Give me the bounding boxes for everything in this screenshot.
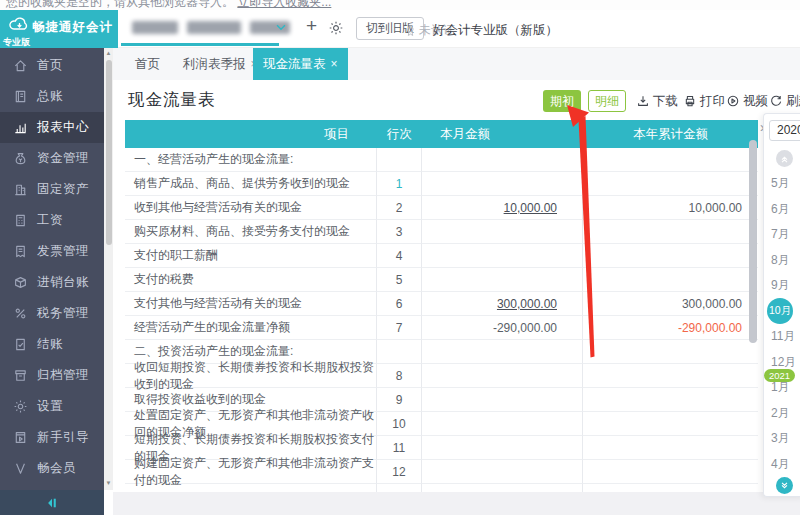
month-list: 5月6月7月8月9月10月11月12月1月2月3月4月 bbox=[764, 171, 800, 477]
sidebar-item-home[interactable]: 首页 bbox=[0, 50, 104, 81]
cell-month-amount bbox=[422, 340, 583, 364]
sidebar-item-guide[interactable]: 新手引导 bbox=[0, 422, 104, 453]
month-item-8月[interactable]: 8月 bbox=[764, 248, 800, 274]
action-print[interactable]: 打印 bbox=[683, 92, 725, 110]
gear-icon[interactable] bbox=[328, 20, 344, 36]
month-item-6月[interactable]: 6月 bbox=[764, 197, 800, 223]
month-item-7月[interactable]: 7月 bbox=[764, 222, 800, 248]
cell-month-amount bbox=[422, 268, 583, 292]
table-row: 支付的税费5 bbox=[125, 268, 758, 292]
scroll-down-icon[interactable]: ▼ bbox=[104, 478, 113, 488]
collapse-left-icon bbox=[45, 497, 59, 509]
bookmark-message: 您的收藏夹是空的，请从其他浏览器导入。 bbox=[6, 0, 234, 9]
opening-balance-button[interactable]: 期初 bbox=[543, 90, 581, 112]
tab-利润表季报[interactable]: 利润表季报× bbox=[175, 48, 266, 80]
sidebar-item-settings[interactable]: 设置 bbox=[0, 391, 104, 422]
month-item-10月[interactable]: 10月 bbox=[764, 299, 800, 325]
tab-bar: 首页利润表季报×现金流量表× bbox=[113, 48, 800, 80]
company-name-redacted bbox=[132, 21, 290, 35]
refresh-icon bbox=[769, 94, 783, 108]
sidebar-collapse-button[interactable] bbox=[0, 490, 104, 515]
main-content: 首页利润表季报×现金流量表× 现金流量表 期初 明细 下载打印视频刷新 项目 行… bbox=[113, 48, 800, 515]
table-header: 项目 行次 本月金额 本年累计金额 bbox=[125, 120, 758, 148]
close-tab-icon[interactable]: × bbox=[331, 57, 338, 71]
tab-label: 首页 bbox=[135, 56, 160, 73]
ledger-icon bbox=[13, 89, 28, 104]
cell-line: 6 bbox=[377, 292, 422, 316]
action-download[interactable]: 下载 bbox=[636, 92, 678, 110]
month-item-11月[interactable]: 11月 bbox=[764, 324, 800, 350]
page-header: 现金流量表 期初 明细 下载打印视频刷新 bbox=[113, 80, 800, 120]
double-chevron-up-icon bbox=[779, 154, 790, 164]
month-item-9月[interactable]: 9月 bbox=[764, 273, 800, 299]
amount-link[interactable]: 300,000.00 bbox=[497, 297, 557, 311]
table-row: 支付其他与经营活动有关的现金6300,000.00300,000.00 bbox=[125, 292, 758, 316]
month-item-3月[interactable]: 3月 bbox=[764, 426, 800, 452]
table-scroll-thumb[interactable] bbox=[749, 140, 757, 343]
cell-year-amount bbox=[583, 340, 758, 364]
sidebar-item-label: 设置 bbox=[37, 398, 63, 415]
cell-line: 7 bbox=[377, 316, 422, 340]
sidebar-scrollbar[interactable]: ▲ ▼ bbox=[104, 48, 113, 490]
sidebar-item-closing[interactable]: 结账 bbox=[0, 329, 104, 360]
download-icon bbox=[636, 94, 650, 108]
tab-label: 现金流量表 bbox=[263, 56, 326, 73]
sidebar-item-invoice[interactable]: 发票管理 bbox=[0, 236, 104, 267]
tab-首页[interactable]: 首页 bbox=[127, 48, 168, 80]
browser-bookmark-strip: 您的收藏夹是空的，请从其他浏览器导入。 立即导入收藏夹... bbox=[0, 0, 800, 10]
action-refresh[interactable]: 刷新 bbox=[769, 92, 800, 110]
cell-item: 支付的职工薪酬 bbox=[125, 244, 377, 268]
action-label: 刷新 bbox=[786, 93, 800, 110]
months-scroll-down-button[interactable] bbox=[776, 477, 793, 494]
add-account-icon[interactable]: + bbox=[306, 15, 317, 37]
detail-button[interactable]: 明细 bbox=[588, 90, 626, 112]
cell-month-amount bbox=[422, 388, 583, 412]
cell-item: 购建固定资产、无形资产和其他非流动资产支付的现金 bbox=[125, 460, 377, 484]
import-bookmarks-link[interactable]: 立即导入收藏夹... bbox=[237, 0, 331, 9]
cell-month-amount bbox=[422, 364, 583, 388]
sidebar-item-tax[interactable]: 税务管理 bbox=[0, 298, 104, 329]
amount-link[interactable]: 10,000.00 bbox=[504, 201, 557, 215]
company-underline bbox=[121, 43, 279, 46]
chevron-down-icon[interactable] bbox=[274, 20, 288, 34]
month-item-5月[interactable]: 5月 bbox=[764, 171, 800, 197]
closing-icon bbox=[13, 337, 28, 352]
col-month-amount: 本月金额 bbox=[422, 120, 583, 148]
sidebar-item-trade-ledger[interactable]: 进销台账 bbox=[0, 267, 104, 298]
sidebar-item-funds[interactable]: 资金管理 bbox=[0, 143, 104, 174]
sidebar-item-report-center[interactable]: 报表中心 bbox=[0, 112, 104, 143]
month-label: 7月 bbox=[764, 226, 790, 243]
sidebar-item-label: 固定资产 bbox=[37, 181, 89, 198]
table-row bbox=[125, 484, 758, 492]
cell-line: 4 bbox=[377, 244, 422, 268]
cashflow-table: 项目 行次 本月金额 本年累计金额 一、经营活动产生的现金流量:销售产成品、商品… bbox=[125, 120, 758, 492]
scroll-up-icon[interactable]: ▲ bbox=[104, 48, 113, 58]
cell-line: 1 bbox=[377, 172, 422, 196]
sidebar-item-label: 发票管理 bbox=[37, 243, 89, 260]
cell-month-amount bbox=[422, 244, 583, 268]
month-item-4月[interactable]: 4月 bbox=[764, 452, 800, 478]
cell-year-amount bbox=[583, 364, 758, 388]
sidebar-item-salary[interactable]: 工资 bbox=[0, 205, 104, 236]
table-row: 购建固定资产、无形资产和其他非流动资产支付的现金12 bbox=[125, 460, 758, 484]
salary-icon bbox=[13, 213, 28, 228]
month-label: 8月 bbox=[764, 252, 790, 269]
sidebar-item-fixed-assets[interactable]: 固定资产 bbox=[0, 174, 104, 205]
year-input[interactable]: 2020 bbox=[769, 120, 800, 141]
sidebar-item-label: 税务管理 bbox=[37, 305, 89, 322]
cell-line: 8 bbox=[377, 364, 422, 388]
cell-line: 2 bbox=[377, 196, 422, 220]
gear-icon bbox=[13, 399, 28, 414]
sidebar-item-member[interactable]: 畅会员 bbox=[0, 453, 104, 484]
sidebar-item-general-ledger[interactable]: 总账 bbox=[0, 81, 104, 112]
sidebar-scroll-thumb[interactable] bbox=[106, 60, 112, 245]
month-item-2月[interactable]: 2月 bbox=[764, 401, 800, 427]
action-video[interactable]: 视频 bbox=[726, 92, 768, 110]
cell-year-amount bbox=[583, 412, 758, 436]
tab-现金流量表[interactable]: 现金流量表× bbox=[253, 48, 348, 80]
tab-label: 利润表季报 bbox=[183, 56, 246, 73]
action-label: 下载 bbox=[653, 93, 678, 110]
table-row: 支付的职工薪酬4 bbox=[125, 244, 758, 268]
sidebar-item-archive[interactable]: 归档管理 bbox=[0, 360, 104, 391]
months-scroll-up-button[interactable] bbox=[776, 150, 793, 167]
